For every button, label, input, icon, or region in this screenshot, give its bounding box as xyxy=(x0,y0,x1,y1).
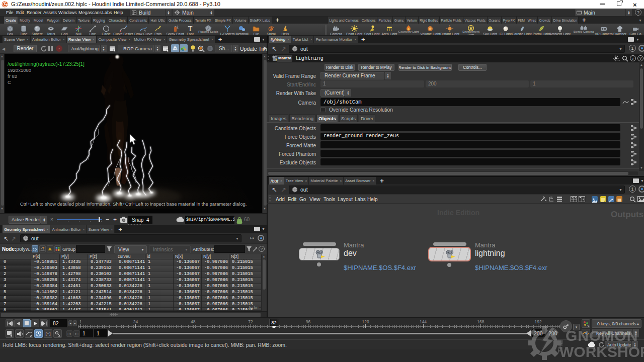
svg-text:T: T xyxy=(188,25,193,33)
